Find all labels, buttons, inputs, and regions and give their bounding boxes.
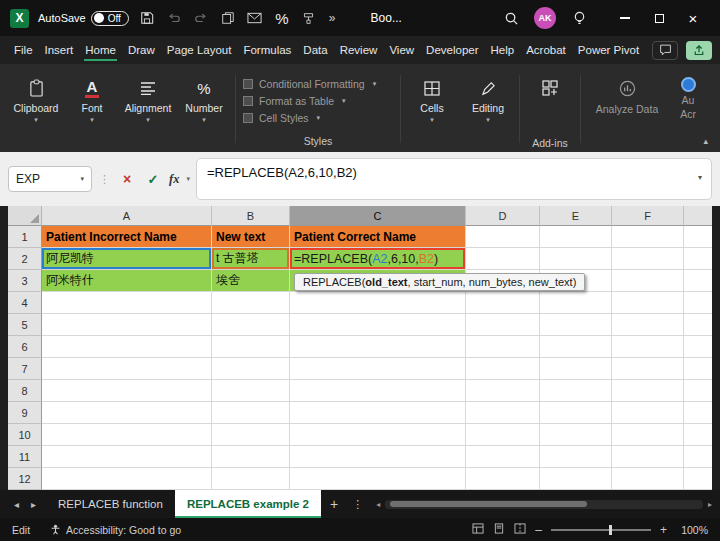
ribbon-group-font[interactable]: Font bbox=[64, 68, 120, 152]
horizontal-scrollbar[interactable] bbox=[376, 500, 712, 509]
name-box[interactable]: EXP bbox=[8, 166, 92, 192]
comments-icon[interactable] bbox=[652, 41, 678, 60]
cell-F8[interactable] bbox=[612, 380, 684, 402]
cell-B4[interactable] bbox=[212, 292, 290, 314]
menu-tab-page-layout[interactable]: Page Layout bbox=[161, 36, 238, 64]
cell-D7[interactable] bbox=[466, 358, 540, 380]
col-header-B[interactable]: B bbox=[212, 206, 290, 226]
page-layout-view-icon[interactable] bbox=[493, 523, 505, 536]
row-header-6[interactable]: 6 bbox=[8, 336, 42, 358]
cell-D6[interactable] bbox=[466, 336, 540, 358]
ribbon-group-editing[interactable]: Editing bbox=[460, 68, 516, 152]
cell-D12[interactable] bbox=[466, 468, 540, 490]
page-break-view-icon[interactable] bbox=[514, 523, 526, 536]
cell-A6[interactable] bbox=[42, 336, 212, 358]
menu-tab-power-pivot[interactable]: Power Pivot bbox=[572, 36, 645, 64]
sheet-options-icon[interactable] bbox=[347, 498, 368, 511]
cell-C8[interactable] bbox=[290, 380, 466, 402]
cell-F1[interactable] bbox=[612, 226, 684, 248]
cell-F12[interactable] bbox=[612, 468, 684, 490]
sheet-nav-left-icon[interactable] bbox=[8, 499, 25, 510]
col-header-D[interactable]: D bbox=[466, 206, 540, 226]
cell-mode-indicator[interactable]: Edit bbox=[12, 524, 30, 536]
cancel-icon[interactable]: × bbox=[117, 171, 137, 187]
ribbon-group-cells[interactable]: Cells bbox=[404, 68, 460, 152]
row-header-10[interactable]: 10 bbox=[8, 424, 42, 446]
close-button[interactable] bbox=[676, 0, 710, 36]
cell-E5[interactable] bbox=[540, 314, 612, 336]
styles-item-cell-styles[interactable]: Cell Styles bbox=[243, 109, 393, 126]
cell-E12[interactable] bbox=[540, 468, 612, 490]
cell-E7[interactable] bbox=[540, 358, 612, 380]
menu-tab-acrobat[interactable]: Acrobat bbox=[520, 36, 572, 64]
cell-F7[interactable] bbox=[612, 358, 684, 380]
col-header-A[interactable]: A bbox=[42, 206, 212, 226]
collapse-ribbon-icon[interactable] bbox=[703, 136, 708, 146]
cell-A4[interactable] bbox=[42, 292, 212, 314]
menu-tab-data[interactable]: Data bbox=[297, 36, 333, 64]
redo-icon[interactable] bbox=[192, 9, 210, 27]
cell-B1[interactable]: New text bbox=[212, 226, 290, 248]
accessibility-status[interactable]: Accessibility: Good to go bbox=[50, 524, 181, 536]
cell-D2[interactable] bbox=[466, 248, 540, 270]
zoom-slider[interactable] bbox=[551, 529, 651, 531]
sheet-tab-replaceb-function[interactable]: REPLACEB function bbox=[46, 490, 175, 518]
row-header-3[interactable]: 3 bbox=[8, 270, 42, 292]
cell-A5[interactable] bbox=[42, 314, 212, 336]
cell-E1[interactable] bbox=[540, 226, 612, 248]
scroll-left-icon[interactable] bbox=[376, 500, 380, 509]
menu-tab-view[interactable]: View bbox=[383, 36, 420, 64]
cell-E8[interactable] bbox=[540, 380, 612, 402]
styles-item-format-as-table[interactable]: Format as Table bbox=[243, 92, 393, 109]
menu-tab-file[interactable]: File bbox=[8, 36, 39, 64]
row-header-11[interactable]: 11 bbox=[8, 446, 42, 468]
zoom-out-icon[interactable]: – bbox=[535, 523, 542, 537]
undo-icon[interactable] bbox=[165, 9, 183, 27]
insert-function-icon[interactable]: fx bbox=[169, 172, 179, 187]
cell-E11[interactable] bbox=[540, 446, 612, 468]
sheet-nav-right-icon[interactable] bbox=[25, 499, 42, 510]
lightbulb-icon[interactable] bbox=[570, 9, 588, 27]
sheet-tab-replaceb-example-2[interactable]: REPLACEB example 2 bbox=[175, 490, 321, 518]
cell-D10[interactable] bbox=[466, 424, 540, 446]
zoom-in-icon[interactable]: + bbox=[660, 523, 667, 537]
cell-C2[interactable]: =REPLACEB(A2,6,10,B2) bbox=[290, 248, 466, 270]
cell-D9[interactable] bbox=[466, 402, 540, 424]
copy-icon[interactable] bbox=[219, 9, 237, 27]
cell-F11[interactable] bbox=[612, 446, 684, 468]
menu-tab-insert[interactable]: Insert bbox=[39, 36, 80, 64]
cell-E6[interactable] bbox=[540, 336, 612, 358]
cell-B12[interactable] bbox=[212, 468, 290, 490]
row-header-5[interactable]: 5 bbox=[8, 314, 42, 336]
cell-A1[interactable]: Patient Incorrect Name bbox=[42, 226, 212, 248]
new-sheet-button[interactable]: + bbox=[321, 496, 347, 512]
row-header-8[interactable]: 8 bbox=[8, 380, 42, 402]
cell-E4[interactable] bbox=[540, 292, 612, 314]
ribbon-group-number[interactable]: Number bbox=[176, 68, 232, 152]
menu-tab-developer[interactable]: Developer bbox=[420, 36, 484, 64]
save-icon[interactable] bbox=[138, 9, 156, 27]
scrollbar-track[interactable] bbox=[385, 500, 703, 509]
cell-C5[interactable] bbox=[290, 314, 466, 336]
cell-A12[interactable] bbox=[42, 468, 212, 490]
cell-C10[interactable] bbox=[290, 424, 466, 446]
autosave-toggle[interactable]: AutoSave Off bbox=[38, 11, 129, 26]
zoom-slider-thumb[interactable] bbox=[609, 525, 612, 535]
cell-A7[interactable] bbox=[42, 358, 212, 380]
cell-D4[interactable] bbox=[466, 292, 540, 314]
menu-tab-draw[interactable]: Draw bbox=[122, 36, 161, 64]
cell-C1[interactable]: Patient Correct Name bbox=[290, 226, 466, 248]
cell-F4[interactable] bbox=[612, 292, 684, 314]
row-header-7[interactable]: 7 bbox=[8, 358, 42, 380]
ribbon-group-analyze-data[interactable]: Analyze Data bbox=[584, 68, 670, 152]
enter-icon[interactable]: ✓ bbox=[143, 172, 163, 187]
formula-input[interactable]: =REPLACEB(A2,6,10,B2) bbox=[196, 158, 712, 200]
cell-A11[interactable] bbox=[42, 446, 212, 468]
row-header-12[interactable]: 12 bbox=[8, 468, 42, 490]
cell-A9[interactable] bbox=[42, 402, 212, 424]
ribbon-group-truncated[interactable]: Au Acr bbox=[670, 68, 706, 152]
document-title[interactable]: Boo... bbox=[371, 11, 402, 25]
cell-F5[interactable] bbox=[612, 314, 684, 336]
cell-D8[interactable] bbox=[466, 380, 540, 402]
normal-view-icon[interactable] bbox=[472, 523, 484, 536]
